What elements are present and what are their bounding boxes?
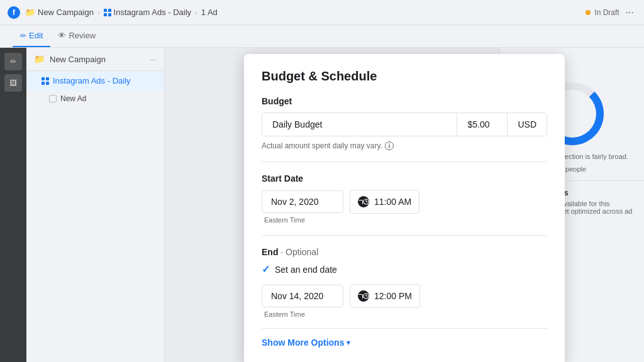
app-shell: f 📁 New Campaign › Instagram Ads - Daily… xyxy=(0,0,644,362)
set-end-date-label: Set an end date xyxy=(275,265,337,275)
status-badge: In Draft ··· xyxy=(586,7,636,18)
tool-pencil-icon[interactable]: ✏ xyxy=(4,53,22,70)
eye-icon: 👁 xyxy=(58,31,66,40)
edit-review-tabs: ✏ Edit 👁 Review xyxy=(0,25,644,48)
facebook-icon: f xyxy=(8,6,20,19)
tab-review[interactable]: 👁 Review xyxy=(50,25,103,47)
budget-row: Daily Budget $5.00 USD xyxy=(262,112,547,136)
sidebar-ad-name: New Ad xyxy=(60,94,86,103)
info-icon[interactable]: i xyxy=(385,141,394,150)
adset-grid-icon xyxy=(104,9,111,16)
chevron-down-icon: ▾ xyxy=(347,339,350,347)
sidebar-campaign-name: New Campaign xyxy=(50,55,106,64)
end-clock-svg xyxy=(363,293,369,299)
show-more-divider xyxy=(262,328,547,329)
sidebar-adset-name: Instagram Ads - Daily xyxy=(53,76,131,85)
sidebar-more-button[interactable]: ··· xyxy=(150,55,157,64)
section-divider-1 xyxy=(262,162,547,162)
end-label: End · Optional xyxy=(262,247,547,257)
breadcrumb-sep-1: › xyxy=(97,9,100,16)
status-dot-icon xyxy=(586,10,591,15)
start-time-field[interactable]: 11:00 AM xyxy=(350,190,419,214)
top-more-button[interactable]: ··· xyxy=(623,7,636,18)
modal-title: Budget & Schedule xyxy=(262,69,547,84)
sidebar-ad-checkbox[interactable] xyxy=(49,95,57,102)
budget-currency-field: USD xyxy=(508,113,547,136)
clock-svg xyxy=(363,199,369,205)
start-timezone-label: Eastern Time xyxy=(264,216,547,224)
breadcrumb-adset[interactable]: Instagram Ads - Daily xyxy=(104,8,192,17)
show-more-options-button[interactable]: Show More Options ▾ xyxy=(262,337,350,348)
start-date-row: Nov 2, 2020 11:00 AM xyxy=(262,190,547,214)
pencil-icon: ✏ xyxy=(20,31,26,40)
sidebar-ad-item[interactable]: New Ad xyxy=(26,90,164,107)
sidebar-folder-icon: 📁 xyxy=(34,54,45,64)
tab-edit[interactable]: ✏ Edit xyxy=(13,25,50,47)
breadcrumb-sep-2: › xyxy=(195,9,197,16)
sidebar-tools: ✏ 🖼 xyxy=(0,48,26,362)
breadcrumb: 📁 New Campaign › Instagram Ads - Daily ›… xyxy=(25,7,636,18)
budget-type-field[interactable]: Daily Budget xyxy=(262,113,457,136)
content-area: ✏ 🖼 📁 New Campaign ··· Instagram Ads - D… xyxy=(0,48,644,362)
modal-overlay: Budget & Schedule Budget Daily Budget $5… xyxy=(165,48,644,362)
breadcrumb-campaign[interactable]: 📁 New Campaign xyxy=(25,8,94,17)
budget-section-label: Budget xyxy=(262,96,547,106)
end-date-row: Nov 14, 2020 12:00 PM xyxy=(262,284,547,308)
end-optional-label: · Optional xyxy=(280,247,318,257)
breadcrumb-ad[interactable]: 1 Ad xyxy=(201,8,218,17)
campaign-folder-icon: 📁 xyxy=(25,8,35,17)
sidebar-campaign-header: 📁 New Campaign ··· xyxy=(26,48,164,71)
top-bar: f 📁 New Campaign › Instagram Ads - Daily… xyxy=(0,0,644,25)
set-end-date-row[interactable]: ✓ Set an end date xyxy=(262,263,547,275)
section-divider-2 xyxy=(262,235,547,236)
sidebar-adset-item[interactable]: Instagram Ads - Daily xyxy=(26,71,164,90)
end-timezone-label: Eastern Time xyxy=(264,310,547,318)
checkmark-icon: ✓ xyxy=(262,263,270,275)
sidebar-adset-icon xyxy=(42,77,49,85)
budget-schedule-modal: Budget & Schedule Budget Daily Budget $5… xyxy=(244,54,565,362)
end-time-field[interactable]: 12:00 PM xyxy=(350,284,420,308)
start-date-field[interactable]: Nov 2, 2020 xyxy=(262,190,343,213)
start-date-label: Start Date xyxy=(262,173,547,184)
end-date-field[interactable]: Nov 14, 2020 xyxy=(262,285,343,307)
left-sidebar: 📁 New Campaign ··· Instagram Ads - Daily… xyxy=(26,48,165,362)
end-clock-icon xyxy=(358,290,369,302)
start-clock-icon xyxy=(358,196,369,207)
budget-note: Actual amount spent daily may vary. i xyxy=(262,141,547,150)
main-content: e Definition Your audience selection is … xyxy=(165,48,644,362)
tool-image-icon[interactable]: 🖼 xyxy=(4,74,22,92)
budget-amount-field[interactable]: $5.00 xyxy=(457,113,508,136)
